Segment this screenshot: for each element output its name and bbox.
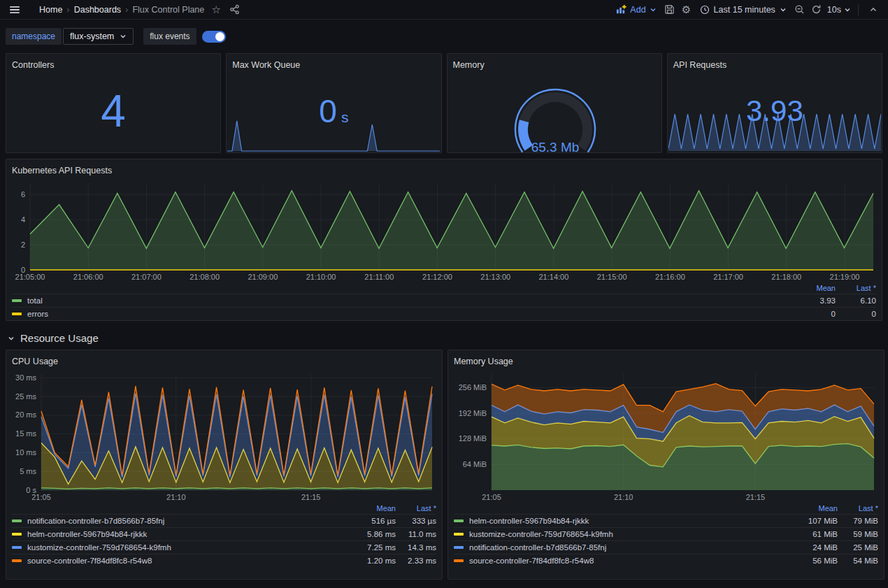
namespace-variable-value: flux-system (70, 31, 114, 41)
legend-row[interactable]: helm-controller-5967b94b84-rjkkk107 MiB7… (454, 514, 878, 527)
legend-mean-value: 3.93 (795, 296, 836, 305)
legend-row[interactable]: notification-controller-b7d8566b7-85fnj5… (12, 514, 436, 527)
dashboard-settings-icon[interactable]: ⚙ (679, 2, 694, 17)
top-nav-bar: Home › Dashboards › Flux Control Plane ☆… (0, 0, 888, 20)
legend-series-name: errors (12, 310, 795, 318)
cpu-usage-chart[interactable]: 0 s5 ms10 ms15 ms20 ms25 ms30 ms21:0521:… (12, 368, 436, 503)
panel-title[interactable]: Memory (453, 59, 485, 71)
panel-title[interactable]: Kubernetes API Requests (12, 165, 112, 176)
namespace-variable: namespace flux-system (6, 28, 134, 45)
flux-events-control: flux events (143, 28, 225, 45)
x-axis-tick: 21:18:00 (771, 273, 801, 281)
series-swatch[interactable] (12, 546, 22, 549)
kubernetes-api-requests-chart[interactable]: 024621:05:0021:06:0021:07:0021:08:0021:0… (12, 178, 876, 282)
legend-mean-value: 107 MiB (797, 517, 838, 525)
legend-row[interactable]: source-controller-7f84df8fc8-r54w856 MiB… (454, 554, 878, 567)
x-axis-tick: 21:10 (166, 493, 186, 501)
legend-row[interactable]: source-controller-7f84df8fc8-r54w81.20 m… (12, 554, 436, 567)
legend-series-name: helm-controller-5967b94b84-rjkkk (12, 530, 355, 538)
y-axis-tick: 192 MiB (459, 409, 487, 417)
memory-usage-chart[interactable]: 64 MiB128 MiB192 MiB256 MiB21:0521:1021:… (454, 368, 878, 503)
panel-title[interactable]: Max Work Queue (232, 59, 300, 71)
x-axis-tick: 21:05 (482, 493, 501, 501)
legend-series-name: source-controller-7f84df8fc8-r54w8 (12, 557, 355, 565)
breadcrumb-home[interactable]: Home (38, 5, 64, 15)
legend-column-mean[interactable]: Mean (797, 504, 838, 512)
section-resource-usage[interactable]: Resource Usage (6, 327, 882, 344)
y-axis-tick: 2 (21, 241, 25, 249)
x-axis-tick: 21:14:00 (539, 273, 569, 281)
x-axis-tick: 21:15 (301, 493, 321, 501)
legend-row[interactable]: helm-controller-5967b94b84-rjkkk5.86 ms1… (12, 527, 436, 540)
menu-icon[interactable] (7, 2, 22, 17)
x-axis-tick: 21:19:00 (830, 273, 860, 281)
time-range-picker[interactable]: Last 15 minutes (696, 5, 791, 15)
legend-series-name: source-controller-7f84df8fc8-r54w8 (454, 557, 797, 565)
panel-title[interactable]: Memory Usage (454, 356, 513, 367)
series-swatch[interactable] (454, 559, 464, 562)
series-swatch[interactable] (454, 519, 464, 522)
legend-column-mean[interactable]: Mean (355, 504, 396, 512)
dashboard-controls-row: namespace flux-system flux events (0, 20, 888, 49)
chevron-down-icon (780, 6, 787, 13)
chevron-down-icon (844, 6, 851, 13)
y-axis-tick: 10 ms (15, 448, 36, 457)
series-swatch[interactable] (454, 546, 464, 549)
dashboard-grid: Controllers 4 Max Work Queue 0 s Memory … (0, 49, 888, 585)
breadcrumb-dashboards[interactable]: Dashboards (73, 5, 122, 15)
panel-cpu-usage: CPU Usage 0 s5 ms10 ms15 ms20 ms25 ms30 … (6, 350, 443, 580)
legend-column-mean[interactable]: Mean (795, 284, 836, 292)
legend-row[interactable]: notification-controller-b7d8566b7-85fnj2… (454, 540, 878, 554)
resource-usage-row: CPU Usage 0 s5 ms10 ms15 ms20 ms25 ms30 … (6, 350, 882, 580)
refresh-interval-label: 10s (827, 5, 841, 15)
namespace-variable-select[interactable]: flux-system (63, 28, 134, 45)
legend-mean-value: 56 MiB (797, 557, 838, 565)
legend-column-last[interactable]: Last * (838, 504, 878, 512)
panel-controllers: Controllers 4 (6, 53, 221, 153)
legend-row[interactable]: kustomize-controller-759d768654-k9fmh7.2… (12, 540, 436, 554)
legend-series-name: notification-controller-b7d8566b7-85fnj (12, 517, 355, 525)
series-swatch[interactable] (454, 533, 464, 536)
legend-last-value: 333 µs (396, 517, 436, 525)
refresh-icon[interactable] (809, 2, 824, 17)
x-axis-tick: 21:11:00 (364, 273, 394, 281)
zoom-out-time-icon[interactable] (792, 2, 808, 17)
series-swatch[interactable] (12, 299, 22, 302)
cpu-usage-legend: MeanLast *notification-controller-b7d856… (12, 503, 436, 567)
legend-column-last[interactable]: Last * (396, 504, 436, 512)
x-axis-tick: 21:05:00 (15, 273, 45, 281)
legend-mean-value: 0 (795, 310, 836, 318)
y-axis-tick: 4 (21, 215, 25, 224)
legend-last-value: 11.0 ms (396, 530, 436, 538)
series-swatch[interactable] (12, 533, 22, 536)
series-fill-helm-controller-5967b94b84-rjkkk (492, 444, 874, 490)
share-icon[interactable] (227, 2, 242, 17)
namespace-variable-label[interactable]: namespace (6, 28, 62, 45)
panel-title[interactable]: CPU Usage (12, 356, 58, 367)
refresh-controls[interactable]: 10s (809, 2, 851, 17)
star-icon[interactable]: ☆ (208, 2, 224, 17)
panel-title[interactable]: Controllers (12, 59, 54, 71)
panel-title[interactable]: API Requests (673, 59, 726, 71)
legend-column-last[interactable]: Last * (836, 284, 876, 292)
legend-row[interactable]: total3.936.10 (12, 294, 876, 307)
y-axis-tick: 30 ms (15, 373, 36, 382)
stat-row: Controllers 4 Max Work Queue 0 s Memory … (6, 53, 882, 153)
x-axis-tick: 21:15 (746, 493, 766, 501)
max-work-queue-unit: s (341, 109, 349, 126)
kiosk-collapse-icon[interactable] (866, 2, 881, 17)
series-swatch[interactable] (12, 559, 22, 562)
flux-events-toggle[interactable] (202, 31, 226, 43)
series-swatch[interactable] (12, 519, 22, 522)
y-axis-tick: 5 ms (20, 467, 36, 475)
legend-row[interactable]: errors00 (12, 307, 876, 320)
legend-mean-value: 1.20 ms (355, 557, 396, 565)
add-button-label: Add (630, 5, 645, 15)
add-button[interactable]: Add (612, 4, 660, 15)
legend-row[interactable]: kustomize-controller-759d768654-k9fmh61 … (454, 527, 878, 540)
save-dashboard-icon[interactable] (662, 2, 678, 17)
x-axis-tick: 21:13:00 (480, 273, 510, 281)
legend-series-name: notification-controller-b7d8566b7-85fnj (454, 543, 797, 552)
series-swatch[interactable] (12, 313, 22, 315)
legend-mean-value: 61 MiB (797, 530, 838, 538)
